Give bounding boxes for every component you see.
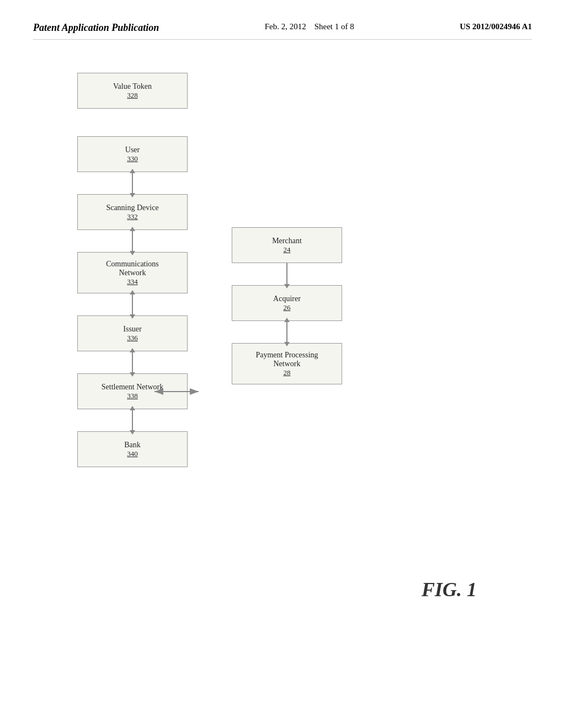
- arrow-comms-issuer: [132, 293, 133, 315]
- header: Patent Application Publication Feb. 2, 2…: [33, 22, 532, 40]
- box-value-token: Value Token 328: [77, 73, 188, 109]
- box-issuer-number: 336: [127, 334, 138, 342]
- left-column: Value Token 328 User 330 Scanning Device…: [77, 73, 188, 467]
- patent-number: US 2012/0024946 A1: [460, 22, 532, 31]
- box-acquirer-number: 26: [284, 303, 291, 312]
- box-issuer: Issuer 336: [77, 315, 188, 351]
- arrow-merchant-acquirer: [286, 263, 287, 285]
- box-issuer-label: Issuer: [123, 325, 141, 334]
- box-bank-label: Bank: [124, 441, 141, 449]
- box-bank-number: 340: [127, 449, 138, 458]
- box-settlement-network-number: 338: [127, 392, 138, 400]
- arrow-acquirer-payment: [286, 321, 287, 343]
- box-scanning-device-number: 332: [127, 212, 138, 221]
- publication-title: Patent Application Publication: [33, 22, 159, 34]
- box-merchant-label: Merchant: [272, 237, 302, 245]
- box-payment-processing: Payment ProcessingNetwork 28: [232, 343, 342, 384]
- fig-label: FIG. 1: [422, 578, 477, 601]
- box-payment-processing-label: Payment ProcessingNetwork: [255, 351, 318, 368]
- box-user-label: User: [125, 146, 140, 154]
- right-section: Merchant 24 Acquirer 26 Payment Processi…: [232, 227, 342, 467]
- sheet-info: Sheet 1 of 8: [315, 22, 354, 31]
- box-acquirer: Acquirer 26: [232, 285, 342, 321]
- publication-date: Feb. 2, 2012: [265, 22, 306, 31]
- arrow-issuer-settlement: [132, 351, 133, 373]
- box-bank: Bank 340: [77, 431, 188, 467]
- box-merchant-number: 24: [284, 245, 291, 254]
- box-payment-processing-number: 28: [284, 368, 291, 377]
- box-user: User 330: [77, 136, 188, 172]
- box-comms-network-label: CommunicationsNetwork: [106, 260, 159, 277]
- box-comms-network: CommunicationsNetwork 334: [77, 252, 188, 293]
- box-value-token-label: Value Token: [113, 82, 152, 91]
- arrow-settlement-bank: [132, 409, 133, 431]
- arrow-scanning-comms: [132, 230, 133, 252]
- page: Patent Application Publication Feb. 2, 2…: [0, 0, 565, 728]
- box-comms-network-number: 334: [127, 277, 138, 286]
- arrow-user-scanning: [132, 172, 133, 194]
- box-settlement-network-label: Settlement Network: [102, 383, 163, 392]
- box-scanning-device-label: Scanning Device: [106, 204, 158, 212]
- box-settlement-network: Settlement Network 338: [77, 373, 188, 409]
- box-merchant: Merchant 24: [232, 227, 342, 263]
- box-user-number: 330: [127, 154, 138, 163]
- header-date-sheet: Feb. 2, 2012 Sheet 1 of 8: [265, 22, 354, 31]
- right-column: Merchant 24 Acquirer 26 Payment Processi…: [232, 227, 342, 384]
- box-value-token-number: 328: [127, 91, 138, 100]
- box-scanning-device: Scanning Device 332: [77, 194, 188, 230]
- box-acquirer-label: Acquirer: [273, 295, 301, 303]
